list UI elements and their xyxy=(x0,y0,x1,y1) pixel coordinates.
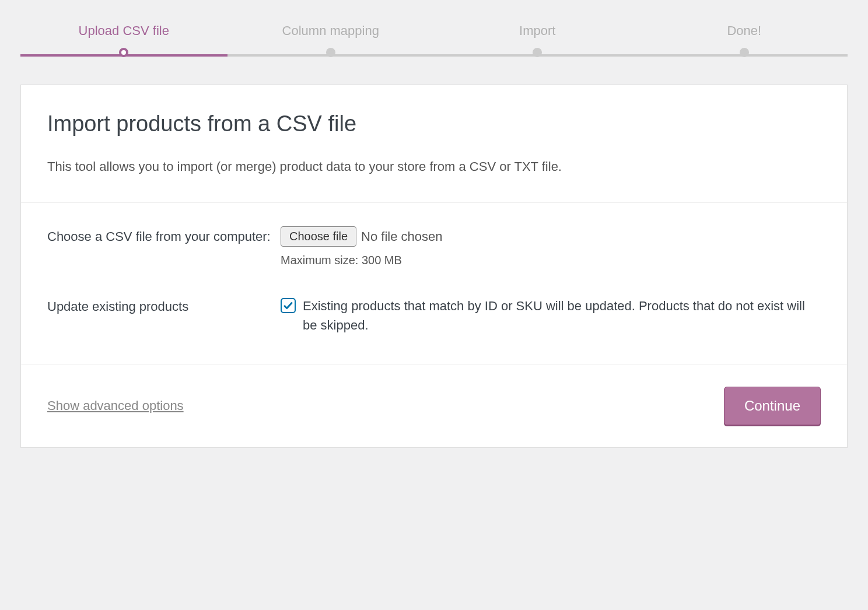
card-footer: Show advanced options Continue xyxy=(21,364,847,447)
step-done: Done! xyxy=(641,23,848,58)
update-existing-checkbox[interactable] xyxy=(281,298,296,313)
card-header: Import products from a CSV file This too… xyxy=(21,85,847,203)
step-label: Import xyxy=(434,23,641,38)
import-card: Import products from a CSV file This too… xyxy=(20,85,848,448)
file-field-label: Choose a CSV file from your computer: xyxy=(47,226,281,247)
choose-file-button[interactable]: Choose file xyxy=(281,226,356,247)
file-size-hint: Maximum size: 300 MB xyxy=(281,254,821,267)
page-title: Import products from a CSV file xyxy=(47,111,821,136)
step-upload-csv: Upload CSV file xyxy=(20,23,228,58)
step-label: Column mapping xyxy=(228,23,435,38)
file-status-text: No file chosen xyxy=(361,229,442,244)
update-field-label: Update existing products xyxy=(47,296,281,317)
step-column-mapping: Column mapping xyxy=(228,23,435,58)
step-dot-icon xyxy=(119,48,128,57)
step-dot-icon xyxy=(533,48,542,57)
update-checkbox-row: Existing products that match by ID or SK… xyxy=(281,296,821,335)
file-input-row: Choose file No file chosen xyxy=(281,226,821,247)
file-field-control: Choose file No file chosen Maximum size:… xyxy=(281,226,821,267)
step-label: Upload CSV file xyxy=(20,23,228,38)
checkmark-icon xyxy=(283,300,293,311)
step-dot-icon xyxy=(326,48,335,57)
show-advanced-options-link[interactable]: Show advanced options xyxy=(47,398,184,413)
continue-button[interactable]: Continue xyxy=(724,387,821,425)
page-subtitle: This tool allows you to import (or merge… xyxy=(47,157,821,176)
step-import: Import xyxy=(434,23,641,58)
form-row-file: Choose a CSV file from your computer: Ch… xyxy=(47,226,821,267)
import-stepper: Upload CSV file Column mapping Import Do… xyxy=(20,23,848,58)
form-row-update: Update existing products Existing produc… xyxy=(47,296,821,335)
step-label: Done! xyxy=(641,23,848,38)
update-checkbox-description: Existing products that match by ID or SK… xyxy=(303,296,821,335)
update-field-control: Existing products that match by ID or SK… xyxy=(281,296,821,335)
step-dot-icon xyxy=(740,48,749,57)
form-body: Choose a CSV file from your computer: Ch… xyxy=(21,203,847,364)
